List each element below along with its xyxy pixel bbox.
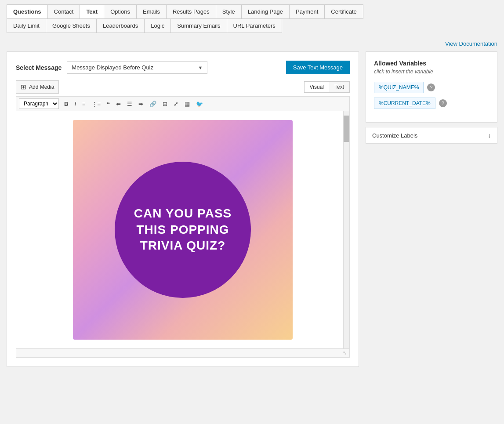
resize-handle[interactable]: ⤡	[343, 350, 347, 356]
tab-text-mode[interactable]: Text	[329, 82, 349, 92]
message-type-dropdown[interactable]: Message Displayed Before Quiz ▼	[67, 61, 207, 74]
blockquote-button[interactable]: ❝	[104, 99, 112, 109]
quiz-circle: CAN YOU PASS THIS POPPING TRIVIA QUIZ?	[115, 162, 251, 298]
editor-panel: Select Message Message Displayed Before …	[7, 51, 359, 367]
tab-text[interactable]: Text	[80, 4, 104, 19]
quiz-image-container: CAN YOU PASS THIS POPPING TRIVIA QUIZ?	[21, 116, 345, 344]
unordered-list-button[interactable]: ≡	[80, 99, 88, 109]
insert-media-button[interactable]: ⊟	[160, 99, 170, 109]
allowed-variables-box: Allowed Variables click to insert the va…	[366, 51, 497, 123]
align-right-button[interactable]: ➡	[136, 99, 146, 109]
quiz-name-help-icon[interactable]: ?	[427, 83, 435, 91]
insert-link-button[interactable]: 🔗	[147, 99, 159, 109]
editor-scrollbar-track[interactable]	[343, 111, 349, 348]
variable-row-quiz-name: %QUIZ_NAME% ?	[374, 82, 489, 93]
tab-landing-page[interactable]: Landing Page	[241, 4, 290, 19]
quiz-image: CAN YOU PASS THIS POPPING TRIVIA QUIZ?	[73, 120, 293, 340]
add-media-icon: ⊞	[21, 83, 26, 91]
customize-labels-down-arrow-icon: ↓	[488, 132, 491, 139]
tab-payment[interactable]: Payment	[289, 4, 325, 19]
tab-google-sheets[interactable]: Google Sheets	[46, 18, 97, 33]
tab-certificate[interactable]: Certificate	[324, 4, 363, 19]
tabs-row-1: Questions Contact Text Options Emails Re…	[7, 4, 497, 18]
main-layout: Select Message Message Displayed Before …	[7, 51, 497, 367]
tab-daily-limit[interactable]: Daily Limit	[7, 18, 46, 33]
fullscreen-button[interactable]: ⤢	[171, 99, 181, 109]
italic-button[interactable]: I	[72, 99, 79, 109]
editor-content-wrapper: CAN YOU PASS THIS POPPING TRIVIA QUIZ?	[16, 111, 350, 349]
bold-button[interactable]: B	[62, 99, 71, 109]
tab-leaderboards[interactable]: Leaderboards	[96, 18, 145, 33]
align-left-button[interactable]: ⬅	[113, 99, 123, 109]
editor-bottom-bar: ⤡	[16, 349, 350, 358]
editor-content-area[interactable]: CAN YOU PASS THIS POPPING TRIVIA QUIZ?	[16, 111, 349, 348]
quiz-name-variable-tag[interactable]: %QUIZ_NAME%	[374, 82, 424, 93]
tabs-row-2: Daily Limit Google Sheets Leaderboards L…	[7, 18, 497, 33]
tab-summary-emails[interactable]: Summary Emails	[170, 18, 227, 33]
tab-emails[interactable]: Emails	[136, 4, 167, 19]
tab-options[interactable]: Options	[104, 4, 137, 19]
customize-labels-button[interactable]: Customize Labels ↓	[366, 127, 497, 144]
view-documentation-link[interactable]: View Documentation	[445, 40, 497, 47]
tab-url-parameters[interactable]: URL Parameters	[227, 18, 282, 33]
allowed-variables-subtitle: click to insert the variable	[374, 69, 489, 75]
tab-questions[interactable]: Questions	[7, 4, 48, 19]
tab-contact[interactable]: Contact	[47, 4, 80, 19]
add-media-button[interactable]: ⊞ Add Media	[16, 80, 59, 94]
editor-toolbar-top-row: ⊞ Add Media Visual Text	[16, 80, 350, 94]
quiz-circle-text: CAN YOU PASS THIS POPPING TRIVIA QUIZ?	[115, 197, 251, 262]
align-center-button[interactable]: ☰	[124, 99, 135, 109]
current-date-variable-tag[interactable]: %CURRENT_DATE%	[374, 98, 435, 109]
allowed-variables-title: Allowed Variables	[374, 60, 489, 67]
visual-text-tab-group: Visual Text	[304, 81, 350, 93]
tab-visual[interactable]: Visual	[305, 82, 329, 92]
current-date-help-icon[interactable]: ?	[439, 99, 447, 107]
quiz-background: CAN YOU PASS THIS POPPING TRIVIA QUIZ?	[73, 120, 293, 340]
right-sidebar: Allowed Variables click to insert the va…	[366, 51, 497, 144]
doc-link-row: View Documentation	[7, 37, 497, 51]
paragraph-format-select[interactable]: Paragraph	[19, 98, 59, 109]
select-message-row: Select Message Message Displayed Before …	[16, 61, 350, 74]
tab-style[interactable]: Style	[216, 4, 242, 19]
select-message-label: Select Message	[16, 64, 62, 71]
format-toolbar: Paragraph B I ≡ ⋮≡ ❝ ⬅ ☰ ➡ 🔗 ⊟ ⤢ ▦ 🐦	[16, 96, 350, 111]
tab-results-pages[interactable]: Results Pages	[166, 4, 216, 19]
twitter-button[interactable]: 🐦	[193, 99, 206, 109]
table-button[interactable]: ▦	[182, 99, 192, 109]
tab-logic[interactable]: Logic	[144, 18, 171, 33]
save-text-message-button[interactable]: Save Text Message	[286, 61, 350, 74]
editor-scrollbar-thumb[interactable]	[344, 116, 349, 142]
dropdown-arrow-icon: ▼	[198, 65, 203, 70]
ordered-list-button[interactable]: ⋮≡	[89, 99, 104, 109]
variable-row-current-date: %CURRENT_DATE% ?	[374, 98, 489, 109]
